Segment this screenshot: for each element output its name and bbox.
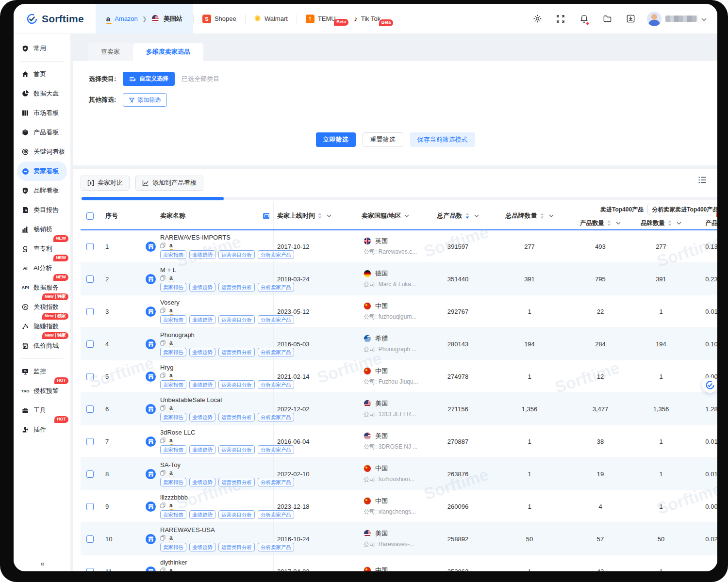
chevron-down-icon[interactable] xyxy=(549,214,554,217)
seller-name[interactable]: lllzzzbbbb xyxy=(160,494,273,501)
copy-icon[interactable] xyxy=(160,437,165,443)
copy-icon[interactable] xyxy=(160,307,165,313)
chevron-down-icon[interactable] xyxy=(677,222,681,225)
custom-category-select-button[interactable]: 自定义选择 xyxy=(123,72,175,86)
sort-icon[interactable] xyxy=(540,213,544,219)
row-checkbox[interactable] xyxy=(86,405,94,413)
row-checkbox[interactable] xyxy=(86,503,94,510)
table-row[interactable]: 9 lllzzzbbbb a 卖家报告业绩趋势运营类目分析分析卖家产品 2023… xyxy=(81,490,717,523)
action-chip[interactable]: 运营类目分析 xyxy=(218,413,255,422)
action-chip[interactable]: 业绩趋势 xyxy=(189,315,215,324)
action-chip[interactable]: 业绩趋势 xyxy=(189,445,215,454)
marketplace-tiktok[interactable]: ♪ Tik Tok Beta xyxy=(345,15,393,23)
tab-seller-search[interactable]: 查卖家 xyxy=(88,43,133,61)
marketplace-amazon-label[interactable]: Amazon xyxy=(115,15,138,22)
chevron-down-icon[interactable] xyxy=(327,214,331,217)
header-total-products[interactable]: 总产品数 xyxy=(425,202,491,229)
action-chip[interactable]: 运营类目分析 xyxy=(218,445,255,454)
action-chip[interactable]: 运营类目分析 xyxy=(218,315,255,324)
notifications-bell-icon[interactable] xyxy=(572,14,596,23)
marketplace-region-label[interactable]: 美国站 xyxy=(164,15,182,23)
row-checkbox[interactable] xyxy=(86,340,94,348)
table-row[interactable]: 4 Phonograph a 卖家报告业绩趋势运营类目分析分析卖家产品 2016… xyxy=(81,328,717,360)
table-row[interactable]: 6 UnbeatableSale Local a 卖家报告业绩趋势运营类目分析分… xyxy=(81,393,717,425)
action-chip[interactable]: 运营类目分析 xyxy=(218,380,255,389)
seller-name[interactable]: Hryg xyxy=(160,364,273,371)
sidebar-item-brand-board[interactable]: R 品牌看板 xyxy=(14,181,70,200)
store-icon[interactable] xyxy=(146,372,156,382)
marketplace-walmart[interactable]: ✺ Walmart xyxy=(246,15,297,23)
table-row[interactable]: 8 SA-Toy a 卖家报告业绩趋势运营类目分析分析卖家产品 2022-02-… xyxy=(81,458,717,490)
store-icon[interactable] xyxy=(146,274,156,284)
row-checkbox[interactable] xyxy=(86,373,94,380)
seller-name[interactable]: M + L xyxy=(160,266,273,274)
action-chip[interactable]: 业绩趋势 xyxy=(189,283,215,292)
sort-icon[interactable] xyxy=(318,213,322,219)
amazon-link-icon[interactable]: a xyxy=(169,307,173,313)
header-top400-brands[interactable]: 品牌数量 xyxy=(632,217,690,229)
tab-multi-dimension-select[interactable]: 多维度卖家选品 xyxy=(133,43,203,61)
pin-column-icon[interactable] xyxy=(263,213,269,219)
amazon-link-icon[interactable]: a xyxy=(169,275,173,281)
reset-filter-button[interactable]: 重置筛选 xyxy=(363,132,403,147)
row-checkbox[interactable] xyxy=(86,243,94,250)
row-checkbox[interactable] xyxy=(86,308,94,315)
row-checkbox[interactable] xyxy=(86,535,94,543)
copy-icon[interactable] xyxy=(160,242,165,248)
column-settings-icon[interactable] xyxy=(698,176,707,186)
store-icon[interactable] xyxy=(146,339,156,349)
top400-analysis-dropdown[interactable]: 分析卖家卖进Top400产品 xyxy=(647,204,717,215)
store-icon[interactable] xyxy=(146,307,156,317)
sort-icon[interactable] xyxy=(668,220,672,226)
sidebar-item-product-board[interactable]: 产品看板 xyxy=(14,123,70,142)
action-chip[interactable]: 运营类目分析 xyxy=(218,283,255,292)
chevron-down-icon[interactable] xyxy=(474,214,479,217)
row-checkbox[interactable] xyxy=(86,568,94,572)
sidebar-item-category-report[interactable]: 类目报告 xyxy=(14,200,70,220)
sidebar-item-home[interactable]: 首页 xyxy=(14,65,70,84)
action-chip[interactable]: 业绩趋势 xyxy=(189,380,215,389)
user-avatar[interactable] xyxy=(647,12,662,26)
header-top400-products[interactable]: 产品数量 xyxy=(568,217,632,229)
amazon-link-icon[interactable]: a xyxy=(169,372,173,378)
amazon-link-icon[interactable]: a xyxy=(169,567,173,571)
action-chip[interactable]: 业绩趋势 xyxy=(189,543,215,552)
sidebar-collapse-button[interactable]: « xyxy=(14,559,70,567)
action-chip[interactable]: 业绩趋势 xyxy=(189,413,215,422)
save-filter-mode-button[interactable]: 保存当前筛选模式 xyxy=(410,132,475,147)
action-chip[interactable]: 卖家报告 xyxy=(160,445,186,454)
action-chip[interactable]: 业绩趋势 xyxy=(189,510,215,519)
action-chip[interactable]: 卖家报告 xyxy=(160,413,186,422)
sidebar-item-low-price-mall[interactable]: New | 独家 低价商城 xyxy=(14,336,70,356)
seller-name[interactable]: Vosery xyxy=(160,299,273,306)
action-chip[interactable]: 运营类目分析 xyxy=(218,510,255,519)
marketplace-amazon-us[interactable]: a Amazon ❯ 美国站 xyxy=(96,4,193,33)
sorftime-float-button[interactable] xyxy=(702,377,717,393)
seller-name[interactable]: diythinker xyxy=(160,559,273,566)
store-icon[interactable] xyxy=(146,436,156,447)
download-icon[interactable] xyxy=(619,14,642,23)
marketplace-shopee[interactable]: S Shopee xyxy=(194,15,245,23)
amazon-link-icon[interactable]: a xyxy=(169,502,173,508)
copy-icon[interactable] xyxy=(160,470,165,476)
copy-icon[interactable] xyxy=(160,405,165,411)
amazon-link-icon[interactable]: a xyxy=(169,405,173,411)
table-row[interactable]: 10 RAREWAVES-USA a 卖家报告业绩趋势运营类目分析分析卖家产品 … xyxy=(81,523,717,555)
seller-name[interactable]: Phonograph xyxy=(160,331,273,339)
action-chip[interactable]: 卖家报告 xyxy=(160,543,186,552)
copy-icon[interactable] xyxy=(160,502,165,508)
store-icon[interactable] xyxy=(146,469,156,479)
row-checkbox[interactable] xyxy=(86,275,94,283)
apply-filter-button[interactable]: 立即筛选 xyxy=(316,132,356,147)
select-all-checkbox[interactable] xyxy=(86,212,94,220)
seller-name[interactable]: 3dRose LLC xyxy=(160,429,273,436)
amazon-link-icon[interactable]: a xyxy=(169,242,173,248)
seller-name[interactable]: UnbeatableSale Local xyxy=(160,396,273,404)
table-row[interactable]: 2 M + L a 卖家报告业绩趋势运营类目分析分析卖家产品 2018-03-2… xyxy=(81,263,717,295)
table-row[interactable]: 11 diythinker a 卖家报告业绩趋势运营类目分析分析卖家产品 201… xyxy=(81,555,717,571)
header-top400-third[interactable]: New 产品 xyxy=(690,217,717,229)
chevron-down-icon[interactable] xyxy=(701,15,707,23)
action-chip[interactable]: 卖家报告 xyxy=(160,380,186,389)
action-chip[interactable]: 卖家报告 xyxy=(160,250,186,259)
add-to-product-board-button[interactable]: 添加到产品看板 xyxy=(135,176,203,191)
